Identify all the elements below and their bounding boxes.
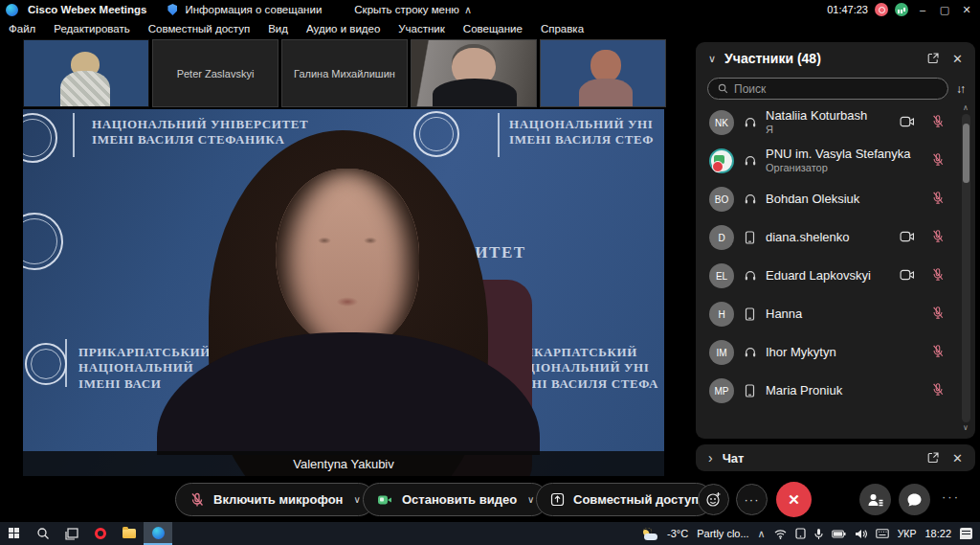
participant-row[interactable]: D diana.shelenko <box>696 218 958 257</box>
speaker-face <box>276 169 419 349</box>
scrollbar-track[interactable] <box>962 114 970 422</box>
stop-video-button[interactable]: Остановить видео ∨ <box>363 483 548 516</box>
connection-indicator-icon[interactable] <box>895 3 908 16</box>
mic-options-chevron-icon[interactable]: ∨ <box>353 494 360 505</box>
speaker-icon[interactable] <box>855 529 867 539</box>
participant-name: Ihor Mykytyn <box>766 345 836 360</box>
file-explorer-button[interactable] <box>115 522 144 545</box>
banner-divider <box>65 339 67 387</box>
filmstrip-thumbnail[interactable] <box>23 39 149 107</box>
webex-window: Cisco Webex Meetings Информация о совеща… <box>0 0 980 545</box>
toggle-participants-button[interactable] <box>859 484 891 515</box>
share-content-button[interactable]: Совместный доступ <box>536 483 713 516</box>
close-button[interactable]: ✕ <box>959 4 974 16</box>
maximize-button[interactable]: ▢ <box>937 4 952 16</box>
hide-menu-label: Скрыть строку меню <box>354 4 459 15</box>
participants-title: Участники (48) <box>724 51 821 66</box>
minimize-button[interactable]: – <box>915 4 930 15</box>
scroll-down-icon[interactable]: ∨ <box>963 423 969 433</box>
avatar: IM <box>709 340 734 365</box>
video-filmstrip: Peter Zaslavskyi Галина Михайлишин <box>23 39 666 107</box>
weather-temp[interactable]: -3°C <box>667 528 688 539</box>
participant-row[interactable]: EL Eduard Lapkovskyi <box>696 257 958 295</box>
main-video[interactable]: НАЦІОНАЛЬНИЙ УНІВЕРСИТЕТІМЕНІ ВАСИЛЯ СТЕ… <box>23 109 664 476</box>
participant-row[interactable]: PNU im. Vasyla Stefanyka Организатор <box>696 142 958 180</box>
more-options-button[interactable]: ··· <box>736 484 768 515</box>
weather-condition[interactable]: Partly clo... <box>697 528 748 539</box>
leave-meeting-button[interactable]: ✕ <box>776 482 812 517</box>
menu-item[interactable]: Справка <box>541 23 584 34</box>
participant-row[interactable]: BO Bohdan Oleksiuk <box>696 180 958 218</box>
weather-icon[interactable] <box>641 528 658 540</box>
chat-bubble-icon <box>906 492 923 508</box>
popout-panel-icon[interactable] <box>927 53 939 64</box>
hide-menu-button[interactable]: Скрыть строку меню ∧ <box>354 4 472 16</box>
notification-center-icon[interactable] <box>960 528 972 539</box>
phone-link-icon[interactable] <box>795 528 806 539</box>
thumbnail-name-label: Peter Zaslavskyi <box>177 68 255 79</box>
university-emblem-icon <box>23 213 63 270</box>
battery-icon[interactable] <box>832 530 846 538</box>
menu-item[interactable]: Совместный доступ <box>148 23 250 34</box>
stop-video-label: Остановить видео <box>402 492 517 507</box>
recording-indicator-icon[interactable] <box>875 3 888 16</box>
menu-item[interactable]: Участник <box>398 23 445 34</box>
mobile-icon <box>743 384 757 397</box>
language-indicator[interactable]: УКР <box>898 528 917 539</box>
menu-item[interactable]: Аудио и видео <box>306 23 380 34</box>
menu-item[interactable]: Вид <box>268 23 288 34</box>
scroll-up-icon[interactable]: ∧ <box>963 103 969 113</box>
avatar: H <box>709 302 734 327</box>
webex-taskbar-button[interactable] <box>144 522 172 545</box>
opera-taskbar-button[interactable] <box>86 522 115 545</box>
meeting-info-button[interactable]: Информация о совещании <box>185 4 322 15</box>
participant-name: Nataliia Koturbash <box>766 108 867 124</box>
reactions-button[interactable] <box>698 484 729 515</box>
participant-row[interactable]: H Hanna <box>696 295 958 333</box>
close-panel-icon[interactable]: ✕ <box>952 451 963 466</box>
participant-role: Организатор <box>766 162 910 175</box>
chat-panel[interactable]: › Чат ✕ <box>696 444 975 471</box>
popout-panel-icon[interactable] <box>927 452 939 464</box>
participant-video <box>24 40 148 106</box>
touch-keyboard-icon[interactable] <box>876 529 889 538</box>
more-panels-button[interactable]: ··· <box>942 489 960 504</box>
close-panel-icon[interactable]: ✕ <box>952 52 963 66</box>
windows-logo-icon <box>9 528 20 539</box>
toggle-chat-button[interactable] <box>899 484 930 515</box>
scrollbar-thumb[interactable] <box>963 124 969 183</box>
filmstrip-thumbnail[interactable] <box>411 39 537 107</box>
banner-line: ІМЕНІ ВАСИЛЯ СТЕФАНИКА <box>92 132 308 148</box>
participant-search-input[interactable] <box>734 82 938 96</box>
start-button[interactable] <box>0 522 29 545</box>
filmstrip-thumbnail[interactable]: Галина Михайлишин <box>281 39 408 107</box>
video-options-chevron-icon[interactable]: ∨ <box>527 494 534 505</box>
participant-name: diana.shelenko <box>766 230 849 245</box>
participants-scrollbar[interactable]: ∧ ∨ <box>960 103 971 433</box>
taskbar-search-button[interactable] <box>29 522 57 545</box>
expand-chevron-icon[interactable]: › <box>708 450 713 466</box>
show-hidden-icons-chevron[interactable]: ∧ <box>758 528 766 540</box>
muted-mic-icon <box>931 191 945 209</box>
banner-line: НАЦІОНАЛЬНИЙ УНІВЕРСИТЕТ <box>92 117 308 132</box>
menu-item[interactable]: Совещание <box>463 23 523 34</box>
menu-item[interactable]: Редактировать <box>54 23 129 34</box>
filmstrip-thumbnail[interactable]: Peter Zaslavskyi <box>152 39 278 107</box>
participant-row[interactable]: IM Ihor Mykytyn <box>696 333 958 372</box>
clock[interactable]: 18:22 <box>924 528 951 539</box>
unmute-button[interactable]: Включить микрофон ∨ <box>175 483 375 516</box>
wifi-icon[interactable] <box>774 529 787 539</box>
headset-icon <box>743 116 757 129</box>
banner-text-block: НАЦІОНАЛЬНИЙ УНІВЕРСИТЕТІМЕНІ ВАСИЛЯ СТЕ… <box>92 117 308 148</box>
sort-participants-icon[interactable]: ↓↑ <box>956 82 966 96</box>
menu-item[interactable]: Файл <box>9 23 35 34</box>
filmstrip-thumbnail[interactable] <box>540 39 666 107</box>
avatar <box>709 148 734 173</box>
participant-row[interactable]: NK Nataliia Koturbash Я <box>696 103 958 142</box>
collapse-chevron-icon[interactable]: ∨ <box>708 53 716 65</box>
participant-row[interactable]: MP Maria Proniuk <box>696 372 958 410</box>
participant-search[interactable] <box>707 78 948 100</box>
microphone-tray-icon[interactable] <box>814 528 823 540</box>
share-label: Совместный доступ <box>573 492 699 507</box>
task-view-button[interactable] <box>57 522 86 545</box>
